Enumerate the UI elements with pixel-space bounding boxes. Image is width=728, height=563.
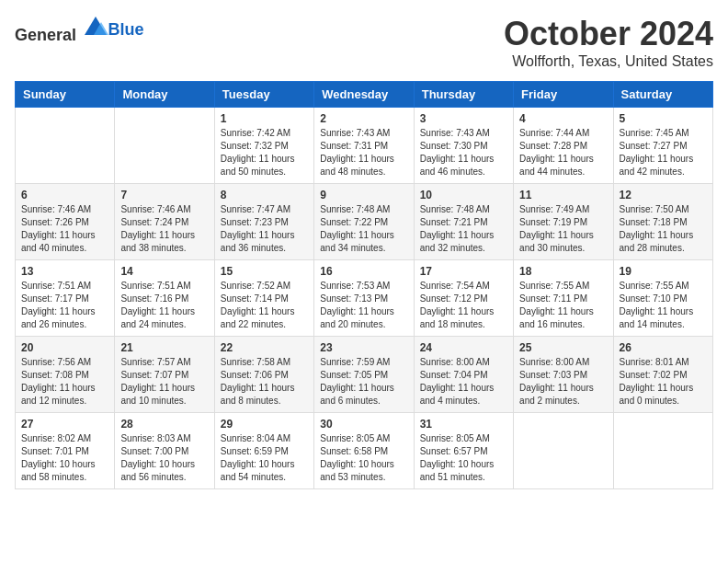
day-info: Sunrise: 8:01 AM Sunset: 7:02 PM Dayligh… — [620, 356, 707, 408]
calendar-cell: 24Sunrise: 8:00 AM Sunset: 7:04 PM Dayli… — [414, 337, 513, 413]
day-info: Sunrise: 8:00 AM Sunset: 7:03 PM Dayligh… — [519, 356, 607, 408]
calendar-week-row: 6Sunrise: 7:46 AM Sunset: 7:26 PM Daylig… — [16, 184, 713, 260]
calendar-cell: 14Sunrise: 7:51 AM Sunset: 7:16 PM Dayli… — [115, 260, 214, 337]
day-number: 3 — [420, 112, 507, 125]
logo-icon — [83, 15, 108, 40]
day-number: 6 — [21, 189, 108, 201]
day-number: 17 — [420, 265, 507, 278]
day-info: Sunrise: 7:51 AM Sunset: 7:17 PM Dayligh… — [21, 280, 108, 331]
day-info: Sunrise: 7:44 AM Sunset: 7:28 PM Dayligh… — [519, 127, 607, 178]
logo-general-text: General — [15, 26, 76, 44]
day-info: Sunrise: 7:57 AM Sunset: 7:07 PM Dayligh… — [120, 356, 208, 408]
calendar-cell: 26Sunrise: 8:01 AM Sunset: 7:02 PM Dayli… — [613, 337, 712, 413]
calendar-cell — [115, 108, 214, 184]
calendar-cell: 4Sunrise: 7:44 AM Sunset: 7:28 PM Daylig… — [514, 108, 613, 184]
weekday-header: Saturday — [613, 82, 712, 108]
day-number: 4 — [519, 112, 607, 125]
calendar-cell: 21Sunrise: 7:57 AM Sunset: 7:07 PM Dayli… — [115, 337, 214, 413]
header: General Blue October 2024 Wolfforth, Tex… — [15, 15, 713, 70]
day-number: 10 — [420, 189, 507, 201]
weekday-header-row: SundayMondayTuesdayWednesdayThursdayFrid… — [16, 82, 713, 108]
calendar-cell: 6Sunrise: 7:46 AM Sunset: 7:26 PM Daylig… — [16, 184, 115, 260]
day-number: 14 — [120, 265, 208, 278]
day-number: 28 — [120, 418, 208, 431]
calendar-cell: 19Sunrise: 7:55 AM Sunset: 7:10 PM Dayli… — [613, 260, 712, 337]
logo-blue-text: Blue — [108, 20, 144, 40]
day-info: Sunrise: 7:53 AM Sunset: 7:13 PM Dayligh… — [320, 280, 407, 331]
day-info: Sunrise: 7:54 AM Sunset: 7:12 PM Dayligh… — [420, 280, 507, 331]
calendar-week-row: 20Sunrise: 7:56 AM Sunset: 7:08 PM Dayli… — [16, 337, 713, 413]
day-number: 25 — [519, 341, 607, 354]
month-title: October 2024 — [504, 15, 713, 53]
calendar-cell: 7Sunrise: 7:46 AM Sunset: 7:24 PM Daylig… — [115, 184, 214, 260]
calendar-week-row: 27Sunrise: 8:02 AM Sunset: 7:01 PM Dayli… — [16, 413, 713, 489]
day-number: 12 — [620, 189, 707, 201]
calendar-cell: 12Sunrise: 7:50 AM Sunset: 7:18 PM Dayli… — [613, 184, 712, 260]
calendar-cell: 3Sunrise: 7:43 AM Sunset: 7:30 PM Daylig… — [414, 108, 513, 184]
calendar-cell: 8Sunrise: 7:47 AM Sunset: 7:23 PM Daylig… — [214, 184, 313, 260]
weekday-header: Monday — [115, 82, 214, 108]
logo: General Blue — [15, 15, 144, 45]
calendar-week-row: 1Sunrise: 7:42 AM Sunset: 7:32 PM Daylig… — [16, 108, 713, 184]
day-info: Sunrise: 7:49 AM Sunset: 7:19 PM Dayligh… — [519, 203, 607, 255]
calendar-cell: 29Sunrise: 8:04 AM Sunset: 6:59 PM Dayli… — [214, 413, 313, 489]
calendar-cell: 10Sunrise: 7:48 AM Sunset: 7:21 PM Dayli… — [414, 184, 513, 260]
day-info: Sunrise: 7:48 AM Sunset: 7:21 PM Dayligh… — [420, 203, 507, 255]
day-number: 23 — [320, 341, 407, 354]
day-number: 18 — [519, 265, 607, 278]
day-info: Sunrise: 7:55 AM Sunset: 7:11 PM Dayligh… — [519, 280, 607, 331]
day-info: Sunrise: 7:47 AM Sunset: 7:23 PM Dayligh… — [221, 203, 308, 255]
day-number: 20 — [21, 341, 108, 354]
calendar-cell: 25Sunrise: 8:00 AM Sunset: 7:03 PM Dayli… — [514, 337, 613, 413]
calendar-week-row: 13Sunrise: 7:51 AM Sunset: 7:17 PM Dayli… — [16, 260, 713, 337]
day-info: Sunrise: 7:50 AM Sunset: 7:18 PM Dayligh… — [620, 203, 707, 255]
calendar-cell: 30Sunrise: 8:05 AM Sunset: 6:58 PM Dayli… — [314, 413, 414, 489]
weekday-header: Thursday — [414, 82, 513, 108]
day-number: 26 — [620, 341, 707, 354]
day-info: Sunrise: 7:59 AM Sunset: 7:05 PM Dayligh… — [320, 356, 407, 408]
calendar-cell: 2Sunrise: 7:43 AM Sunset: 7:31 PM Daylig… — [314, 108, 414, 184]
day-number: 29 — [221, 418, 308, 431]
day-number: 1 — [221, 112, 308, 125]
day-info: Sunrise: 7:58 AM Sunset: 7:06 PM Dayligh… — [221, 356, 308, 408]
calendar-cell: 9Sunrise: 7:48 AM Sunset: 7:22 PM Daylig… — [314, 184, 414, 260]
day-number: 5 — [620, 112, 707, 125]
weekday-header: Friday — [514, 82, 613, 108]
day-info: Sunrise: 7:46 AM Sunset: 7:26 PM Dayligh… — [21, 203, 108, 255]
day-info: Sunrise: 8:00 AM Sunset: 7:04 PM Dayligh… — [420, 356, 507, 408]
calendar-cell: 27Sunrise: 8:02 AM Sunset: 7:01 PM Dayli… — [16, 413, 115, 489]
calendar-table: SundayMondayTuesdayWednesdayThursdayFrid… — [15, 81, 713, 489]
day-info: Sunrise: 8:02 AM Sunset: 7:01 PM Dayligh… — [21, 432, 108, 484]
day-number: 9 — [320, 189, 407, 201]
calendar-cell: 31Sunrise: 8:05 AM Sunset: 6:57 PM Dayli… — [414, 413, 513, 489]
calendar-cell: 28Sunrise: 8:03 AM Sunset: 7:00 PM Dayli… — [115, 413, 214, 489]
calendar-cell: 23Sunrise: 7:59 AM Sunset: 7:05 PM Dayli… — [314, 337, 414, 413]
day-info: Sunrise: 7:55 AM Sunset: 7:10 PM Dayligh… — [620, 280, 707, 331]
day-number: 7 — [120, 189, 208, 201]
calendar-cell: 5Sunrise: 7:45 AM Sunset: 7:27 PM Daylig… — [613, 108, 712, 184]
weekday-header: Tuesday — [214, 82, 313, 108]
day-info: Sunrise: 7:45 AM Sunset: 7:27 PM Dayligh… — [620, 127, 707, 178]
day-info: Sunrise: 7:46 AM Sunset: 7:24 PM Dayligh… — [120, 203, 208, 255]
title-area: October 2024 Wolfforth, Texas, United St… — [504, 15, 713, 70]
calendar-cell: 13Sunrise: 7:51 AM Sunset: 7:17 PM Dayli… — [16, 260, 115, 337]
calendar-cell — [16, 108, 115, 184]
day-number: 21 — [120, 341, 208, 354]
calendar-cell: 20Sunrise: 7:56 AM Sunset: 7:08 PM Dayli… — [16, 337, 115, 413]
day-info: Sunrise: 8:04 AM Sunset: 6:59 PM Dayligh… — [221, 432, 308, 484]
weekday-header: Wednesday — [314, 82, 414, 108]
day-info: Sunrise: 8:05 AM Sunset: 6:58 PM Dayligh… — [320, 432, 407, 484]
day-info: Sunrise: 8:03 AM Sunset: 7:00 PM Dayligh… — [120, 432, 208, 484]
calendar-cell — [613, 413, 712, 489]
calendar-cell: 22Sunrise: 7:58 AM Sunset: 7:06 PM Dayli… — [214, 337, 313, 413]
day-number: 13 — [21, 265, 108, 278]
day-info: Sunrise: 7:43 AM Sunset: 7:30 PM Dayligh… — [420, 127, 507, 178]
day-number: 24 — [420, 341, 507, 354]
calendar-cell: 17Sunrise: 7:54 AM Sunset: 7:12 PM Dayli… — [414, 260, 513, 337]
day-number: 2 — [320, 112, 407, 125]
day-info: Sunrise: 7:48 AM Sunset: 7:22 PM Dayligh… — [320, 203, 407, 255]
day-number: 30 — [320, 418, 407, 431]
weekday-header: Sunday — [16, 82, 115, 108]
day-number: 27 — [21, 418, 108, 431]
day-number: 16 — [320, 265, 407, 278]
